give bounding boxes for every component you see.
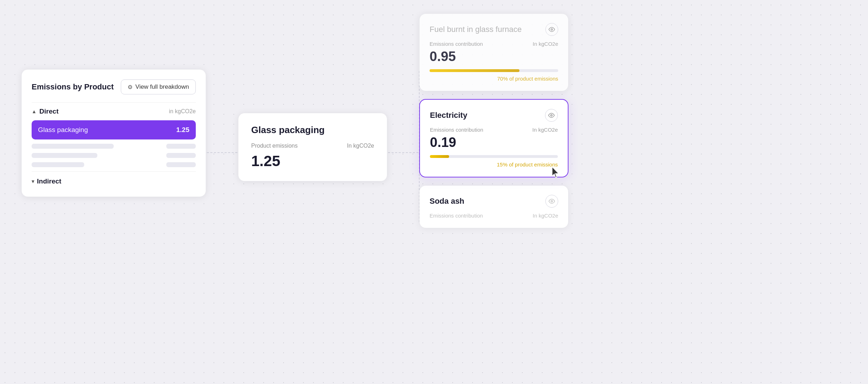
soda-card-meta: Emissions contribution In kgCO2e — [430, 213, 558, 219]
electricity-card-meta: Emissions contribution In kgCO2e — [430, 127, 558, 133]
indirect-title: ▾ Indirect — [32, 177, 61, 185]
fuel-card: Fuel burnt in glass furnace Emissions co… — [419, 13, 568, 91]
skeleton-right-2 — [166, 153, 196, 158]
breakdown-btn-label: View full breakdown — [135, 83, 189, 90]
skeleton-left-1 — [32, 144, 114, 149]
soda-ash-card: Soda ash Emissions contribution In kgCO2… — [419, 185, 568, 228]
skeleton-left-3 — [32, 162, 84, 167]
fuel-progress-fill — [430, 69, 519, 72]
fuel-eye-button[interactable] — [545, 23, 558, 36]
soda-card-header: Soda ash — [430, 195, 558, 208]
electricity-value: 0.19 — [430, 135, 558, 150]
electricity-meta-unit: In kgCO2e — [532, 127, 558, 133]
glass-card-value: 1.25 — [251, 153, 374, 170]
skeleton-row-3 — [32, 162, 196, 167]
svg-point-5 — [551, 201, 553, 202]
direct-chevron: ▲ — [32, 109, 37, 114]
cursor-indicator — [551, 166, 561, 180]
electricity-meta-label: Emissions contribution — [430, 127, 483, 133]
fuel-progress-label: 70% of product emissions — [430, 76, 558, 82]
direct-label: Direct — [39, 108, 59, 115]
glass-packaging-value: 1.25 — [176, 126, 189, 134]
direct-unit: in kgCO2e — [169, 108, 196, 115]
electricity-card-title: Electricity — [430, 111, 467, 120]
skeleton-left-2 — [32, 153, 97, 158]
glass-card-meta-unit: In kgCO2e — [347, 143, 374, 149]
svg-point-3 — [551, 29, 553, 31]
breakdown-button[interactable]: ⚙ View full breakdown — [121, 79, 196, 94]
gear-icon: ⚙ — [128, 84, 133, 90]
electricity-card: Electricity Emissions contribution In kg… — [419, 99, 568, 177]
panel-title: Emissions by Product — [32, 82, 114, 92]
glass-card-meta: Product emissions In kgCO2e — [251, 143, 374, 149]
glass-packaging-card: Glass packaging Product emissions In kgC… — [238, 113, 387, 181]
skeleton-right-1 — [166, 144, 196, 149]
indirect-chevron: ▾ — [32, 179, 34, 184]
indirect-label: Indirect — [37, 177, 61, 185]
fuel-card-meta: Emissions contribution In kgCO2e — [430, 41, 558, 47]
electricity-progress-bar — [430, 155, 558, 158]
electricity-progress-fill — [430, 155, 449, 158]
skeleton-row-1 — [32, 144, 196, 149]
glass-card-meta-label: Product emissions — [251, 143, 298, 149]
electricity-eye-button[interactable] — [545, 109, 558, 122]
direct-section-title: ▲ Direct — [32, 108, 59, 115]
soda-meta-unit: In kgCO2e — [533, 213, 558, 219]
electricity-progress-label: 15% of product emissions — [430, 161, 558, 168]
fuel-progress-bar — [430, 69, 558, 72]
fuel-card-header: Fuel burnt in glass furnace — [430, 23, 558, 36]
emissions-panel: Emissions by Product ⚙ View full breakdo… — [21, 69, 206, 197]
direct-section-header: ▲ Direct in kgCO2e — [32, 102, 196, 120]
soda-meta-label: Emissions contribution — [430, 213, 483, 219]
electricity-card-header: Electricity — [430, 109, 558, 122]
panel-header: Emissions by Product ⚙ View full breakdo… — [32, 79, 196, 94]
indirect-section[interactable]: ▾ Indirect — [32, 171, 196, 187]
skeleton-right-3 — [166, 162, 196, 167]
glass-packaging-label: Glass packaging — [38, 126, 88, 134]
skeleton-row-2 — [32, 153, 196, 158]
svg-point-4 — [551, 115, 552, 116]
fuel-card-title: Fuel burnt in glass furnace — [430, 25, 522, 34]
soda-eye-button[interactable] — [545, 195, 558, 208]
glass-card-title: Glass packaging — [251, 125, 374, 136]
fuel-meta-unit: In kgCO2e — [533, 41, 558, 47]
glass-packaging-row[interactable]: Glass packaging 1.25 — [32, 120, 196, 139]
right-panel: Fuel burnt in glass furnace Emissions co… — [419, 13, 568, 228]
fuel-meta-label: Emissions contribution — [430, 41, 483, 47]
soda-card-title: Soda ash — [430, 197, 464, 206]
fuel-value: 0.95 — [430, 49, 558, 64]
